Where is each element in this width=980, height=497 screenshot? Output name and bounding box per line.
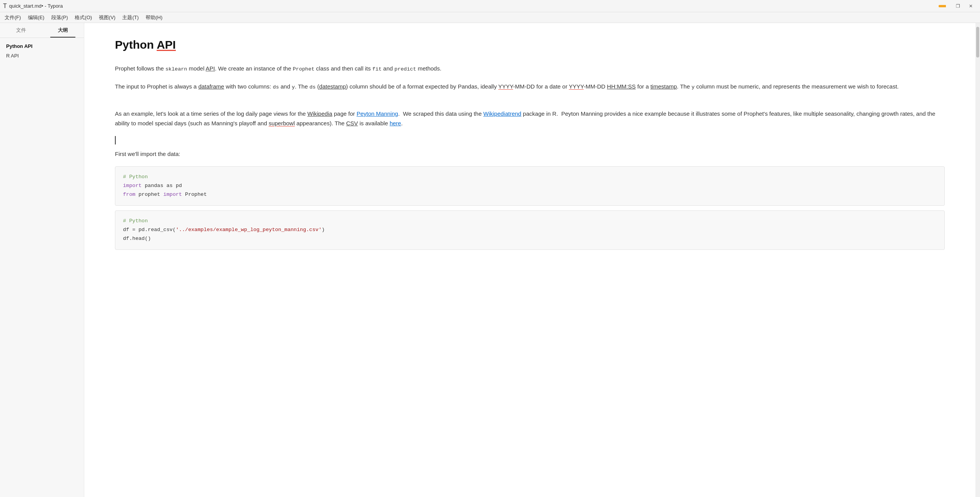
first-import-label: First we'll import the data: xyxy=(115,149,945,159)
page-title: Python API xyxy=(115,38,945,51)
title-bar-controls: ❐ ✕ xyxy=(939,2,977,11)
code-line-comment-2: # Python xyxy=(123,217,937,226)
menu-bar: 文件(F) 编辑(E) 段落(P) 格式(O) 视图(V) 主题(T) 帮助(H… xyxy=(0,12,980,23)
minimize-button[interactable] xyxy=(939,2,951,11)
title-bar: T quick_start.md• - Typora ❐ ✕ xyxy=(0,0,980,12)
menu-view[interactable]: 视图(V) xyxy=(96,13,118,22)
sidebar-tabs: 文件 大纲 xyxy=(0,23,84,38)
menu-edit[interactable]: 编辑(E) xyxy=(25,13,48,22)
paragraph-3: As an example, let's look at a time seri… xyxy=(115,109,945,128)
sidebar: 文件 大纲 Python API R API xyxy=(0,23,84,497)
code-line-from: from prophet import Prophet xyxy=(123,190,937,199)
paragraph-1: Prophet follows the sklearn model API. W… xyxy=(115,64,945,74)
code-block-1[interactable]: # Python import pandas as pd from prophe… xyxy=(115,166,945,206)
sidebar-item-r-api[interactable]: R API xyxy=(6,52,78,59)
close-button[interactable]: ✕ xyxy=(965,2,977,11)
menu-file[interactable]: 文件(F) xyxy=(2,13,24,22)
code-line-head: df.head() xyxy=(123,235,937,243)
menu-help[interactable]: 帮助(H) xyxy=(143,13,166,22)
code-line-read-csv: df = pd.read_csv('../examples/example_wp… xyxy=(123,226,937,235)
scrollbar-thumb[interactable] xyxy=(976,27,979,57)
scrollbar[interactable] xyxy=(975,23,980,497)
menu-para[interactable]: 段落(P) xyxy=(48,13,71,22)
code-line-comment-1: # Python xyxy=(123,173,937,182)
sidebar-item-python-api[interactable]: Python API xyxy=(6,43,78,50)
paragraph-2: The input to Prophet is always a datafra… xyxy=(115,82,945,92)
section-gap-1 xyxy=(115,100,945,109)
restore-button[interactable]: ❐ xyxy=(952,2,964,11)
app-layout: 文件 大纲 Python API R API Python API Prophe… xyxy=(0,23,980,497)
title-bar-left: T quick_start.md• - Typora xyxy=(3,3,63,10)
code-line-import: import pandas as pd xyxy=(123,182,937,190)
sidebar-nav: Python API R API xyxy=(0,38,84,64)
sidebar-tab-files[interactable]: 文件 xyxy=(0,23,42,38)
sidebar-tab-outline[interactable]: 大纲 xyxy=(42,23,84,38)
text-cursor xyxy=(115,136,116,144)
main-content[interactable]: Python API Prophet follows the sklearn m… xyxy=(84,23,975,497)
app-icon: T xyxy=(3,3,7,10)
menu-theme[interactable]: 主题(T) xyxy=(119,13,142,22)
window-title: quick_start.md• - Typora xyxy=(9,3,63,9)
code-block-2[interactable]: # Python df = pd.read_csv('../examples/e… xyxy=(115,210,945,250)
menu-format[interactable]: 格式(O) xyxy=(72,13,95,22)
